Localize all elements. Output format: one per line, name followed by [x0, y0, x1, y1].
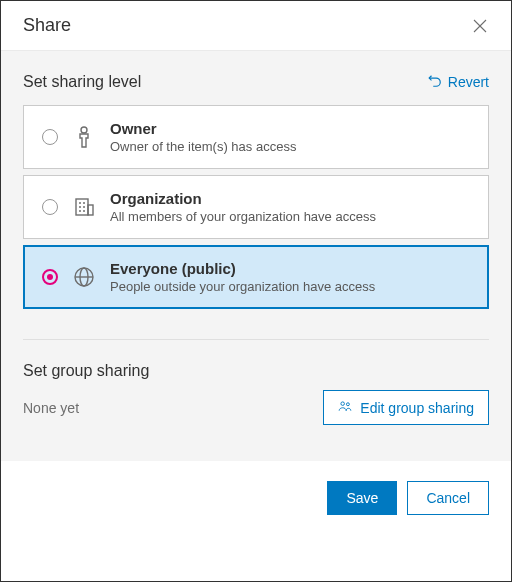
sharing-option-owner[interactable]: Owner Owner of the item(s) has access	[23, 105, 489, 169]
sharing-option-organization[interactable]: Organization All members of your organiz…	[23, 175, 489, 239]
save-button[interactable]: Save	[327, 481, 397, 515]
globe-icon	[72, 265, 96, 289]
sharing-level-title: Set sharing level	[23, 73, 141, 91]
revert-label: Revert	[448, 74, 489, 90]
close-icon[interactable]	[471, 17, 489, 35]
svg-rect-4	[88, 205, 93, 215]
radio-everyone[interactable]	[42, 269, 58, 285]
dialog-body: Set sharing level Revert Owner Ow	[1, 51, 511, 461]
sharing-option-text: Everyone (public) People outside your or…	[110, 260, 375, 294]
option-title: Everyone (public)	[110, 260, 375, 277]
group-sharing-title: Set group sharing	[23, 362, 489, 380]
revert-icon	[428, 74, 442, 91]
edit-group-sharing-label: Edit group sharing	[360, 400, 474, 416]
dialog-title: Share	[23, 15, 71, 36]
group-sharing-empty: None yet	[23, 400, 79, 416]
option-title: Organization	[110, 190, 376, 207]
org-icon	[72, 195, 96, 219]
option-desc: All members of your organization have ac…	[110, 209, 376, 224]
edit-group-sharing-button[interactable]: Edit group sharing	[323, 390, 489, 425]
sharing-option-text: Owner Owner of the item(s) has access	[110, 120, 296, 154]
radio-owner[interactable]	[42, 129, 58, 145]
revert-button[interactable]: Revert	[428, 74, 489, 91]
sharing-option-everyone[interactable]: Everyone (public) People outside your or…	[23, 245, 489, 309]
group-sharing-row: None yet Edit group sharing	[23, 390, 489, 425]
svg-point-15	[347, 403, 350, 406]
svg-point-14	[341, 402, 345, 406]
cancel-button[interactable]: Cancel	[407, 481, 489, 515]
svg-point-2	[81, 127, 87, 133]
option-desc: People outside your organization have ac…	[110, 279, 375, 294]
radio-organization[interactable]	[42, 199, 58, 215]
section-divider	[23, 339, 489, 340]
sharing-option-text: Organization All members of your organiz…	[110, 190, 376, 224]
sharing-level-header: Set sharing level Revert	[23, 73, 489, 91]
svg-rect-3	[76, 199, 88, 215]
dialog-header: Share	[1, 1, 511, 51]
option-desc: Owner of the item(s) has access	[110, 139, 296, 154]
person-icon	[72, 125, 96, 149]
sharing-options: Owner Owner of the item(s) has access	[23, 105, 489, 309]
option-title: Owner	[110, 120, 296, 137]
group-icon	[338, 399, 352, 416]
dialog-footer: Save Cancel	[1, 461, 511, 535]
